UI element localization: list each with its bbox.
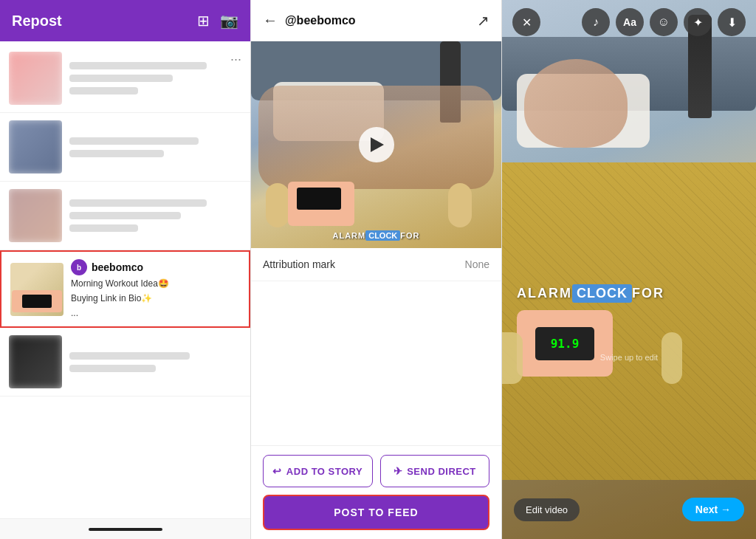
swipe-hint-text: Swipe up to edit xyxy=(600,353,658,362)
music-button[interactable]: ♪ xyxy=(582,8,610,36)
repost-title: Repost xyxy=(12,13,62,30)
story-overlay-text: ALARM CLOCK FOR xyxy=(517,284,741,303)
overlay-text-for: FOR xyxy=(400,231,419,240)
send-direct-icon: ✈ xyxy=(394,465,403,477)
secondary-buttons: ↩ ADD TO STORY ✈ SEND DIRECT xyxy=(263,455,489,487)
text-button[interactable]: Aa xyxy=(616,8,644,36)
close-icon: ✕ xyxy=(522,16,532,30)
next-button[interactable]: Next → xyxy=(682,498,744,521)
list-item-beebomco[interactable]: b beebomco Morning Workout Idea🤩 Buying … xyxy=(0,250,250,328)
share-icon[interactable]: ↗ xyxy=(477,12,489,30)
attribution-label: Attribution mark xyxy=(263,258,335,270)
attribution-value: None xyxy=(465,258,489,270)
scene-wheel-right xyxy=(448,183,472,227)
scene-person-face xyxy=(524,59,628,148)
video-preview[interactable]: ALARM CLOCK FOR xyxy=(251,41,501,248)
overlay-for: FOR xyxy=(632,286,664,301)
feed-caption-more: ... xyxy=(71,307,240,320)
feed-username: beebomco xyxy=(92,261,143,273)
send-direct-label: SEND DIRECT xyxy=(407,466,476,477)
feed-thumbnail xyxy=(9,52,62,105)
feed-item-user: b beebomco xyxy=(71,259,240,275)
feed-thumbnail-beebomco xyxy=(10,263,63,316)
feed-item-info xyxy=(69,136,241,159)
feed-thumbnail xyxy=(9,189,62,242)
feed-list: ··· xyxy=(0,41,250,518)
story-editor-panel: 91.9 ALARM CLOCK FOR Swipe up to edit ✕ … xyxy=(502,0,756,539)
spacer xyxy=(251,281,501,445)
download-icon: ⬇ xyxy=(727,16,737,30)
detail-content: ALARM CLOCK FOR Attribution mark None ↩ … xyxy=(251,41,501,539)
story-editor-footer: Edit video Next → xyxy=(502,480,756,539)
feed-thumbnail xyxy=(9,120,62,174)
music-icon: ♪ xyxy=(593,16,599,29)
alarm-time-display: 91.9 xyxy=(551,337,580,351)
play-triangle-icon xyxy=(371,137,384,152)
scene-alarm-clock: 91.9 xyxy=(517,310,613,377)
more-icon[interactable]: ··· xyxy=(230,52,241,67)
story-editor-tools: ♪ Aa ☺ ✦ ⬇ xyxy=(582,8,746,36)
next-label: Next → xyxy=(695,504,731,515)
grid-icon[interactable]: ⊞ xyxy=(197,12,210,30)
sticker-icon: ☺ xyxy=(658,16,670,29)
feed-item-info xyxy=(69,198,241,233)
scene-alarm xyxy=(288,182,354,226)
attribution-row: Attribution mark None xyxy=(251,248,501,281)
bottom-bar xyxy=(0,518,250,539)
sticker-button[interactable]: ☺ xyxy=(650,8,678,36)
video-overlay-text: ALARM CLOCK FOR xyxy=(251,230,501,241)
action-buttons: ↩ ADD TO STORY ✈ SEND DIRECT POST TO FEE… xyxy=(251,445,501,539)
add-to-story-icon: ↩ xyxy=(272,465,282,477)
header-left: ← @beebomco xyxy=(263,12,356,29)
swipe-hint: Swipe up to edit xyxy=(502,353,756,362)
add-to-story-button[interactable]: ↩ ADD TO STORY xyxy=(263,455,373,487)
story-editor-header: ✕ ♪ Aa ☺ ✦ ⬇ xyxy=(502,0,756,44)
effects-icon: ✦ xyxy=(693,16,703,30)
post-to-feed-label: POST TO FEED xyxy=(334,507,418,518)
close-button[interactable]: ✕ xyxy=(512,8,540,36)
detail-panel: ← @beebomco ↗ ALARM CLOCK xyxy=(251,0,502,539)
avatar: b xyxy=(71,259,87,275)
post-to-feed-button[interactable]: POST TO FEED xyxy=(263,495,489,530)
list-item[interactable] xyxy=(0,182,250,250)
play-button[interactable] xyxy=(359,127,394,162)
edit-video-button[interactable]: Edit video xyxy=(514,498,580,521)
repost-panel: Repost ⊞ 📷 ··· xyxy=(0,0,251,539)
feed-thumbnail xyxy=(9,335,62,388)
overlay-text-clock: CLOCK xyxy=(365,230,400,241)
story-scene: 91.9 ALARM CLOCK FOR Swipe up to edit xyxy=(502,0,756,480)
overlay-clock: CLOCK xyxy=(572,284,632,303)
feed-item-info xyxy=(69,351,241,374)
list-item[interactable]: ··· xyxy=(0,44,250,113)
detail-username: @beebomco xyxy=(285,14,356,27)
feed-item-info-beebomco: b beebomco Morning Workout Idea🤩 Buying … xyxy=(71,259,240,319)
overlay-alarm: ALARM xyxy=(517,286,572,301)
add-to-story-label: ADD TO STORY xyxy=(286,466,362,477)
scene-wheel-left xyxy=(266,183,289,227)
feed-caption-line1: Morning Workout Idea🤩 xyxy=(71,278,240,290)
feed-item-info xyxy=(69,61,241,96)
header-icons: ⊞ 📷 xyxy=(197,12,238,30)
effects-button[interactable]: ✦ xyxy=(684,8,712,36)
feed-caption-line2: Buying Link in Bio✨ xyxy=(71,292,240,305)
overlay-text-alarm: ALARM xyxy=(332,231,365,240)
alarm-screen xyxy=(297,188,341,210)
instagram-icon[interactable]: 📷 xyxy=(220,12,238,30)
back-arrow-icon[interactable]: ← xyxy=(263,12,278,29)
edit-video-label: Edit video xyxy=(526,504,568,515)
download-button[interactable]: ⬇ xyxy=(718,8,746,36)
repost-header: Repost ⊞ 📷 xyxy=(0,0,250,41)
list-item[interactable] xyxy=(0,328,250,396)
list-item[interactable] xyxy=(0,113,250,182)
send-direct-button[interactable]: ✈ SEND DIRECT xyxy=(380,455,490,487)
home-indicator xyxy=(89,528,162,531)
detail-header: ← @beebomco ↗ xyxy=(251,0,501,41)
text-icon: Aa xyxy=(623,16,636,28)
